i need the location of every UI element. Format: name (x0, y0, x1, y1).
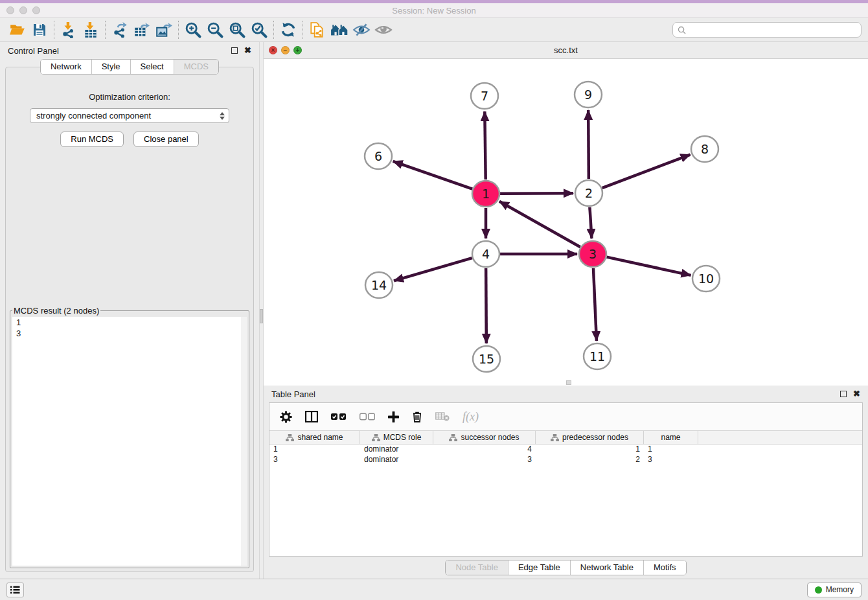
criterion-dropdown[interactable]: strongly connected component (30, 108, 229, 123)
tab-mcds[interactable]: MCDS (174, 60, 218, 74)
export-image-button[interactable] (153, 20, 175, 40)
column-header-predecessor-nodes[interactable]: predecessor nodes (536, 431, 644, 444)
table-cell[interactable]: 4 (433, 444, 536, 455)
fit-columns-button[interactable] (305, 411, 318, 422)
export-table-button[interactable] (131, 20, 153, 40)
graph-node-14[interactable]: 14 (365, 272, 393, 298)
apply-layout-button[interactable] (277, 20, 299, 40)
save-session-button[interactable] (29, 20, 51, 40)
table-cell[interactable]: 2 (536, 455, 644, 465)
panel-splitter[interactable] (259, 42, 264, 579)
graph-node-15[interactable]: 15 (473, 346, 500, 372)
search-field[interactable] (672, 22, 862, 38)
tab-motifs[interactable]: Motifs (643, 560, 686, 575)
graph-edge-2-8[interactable] (602, 155, 691, 189)
task-history-button[interactable] (6, 583, 24, 597)
hide-graphics-details-button[interactable] (350, 20, 372, 40)
network-window-titlebar: × − + scc.txt (264, 42, 868, 59)
column-header-successor-nodes[interactable]: successor nodes (433, 431, 536, 444)
table-cell[interactable]: 3 (269, 455, 360, 465)
close-panel-button[interactable]: Close panel (133, 132, 199, 147)
network-canvas[interactable]: 1234678910111415 (264, 59, 868, 386)
graph-node-9[interactable]: 9 (575, 82, 602, 108)
tab-network[interactable]: Network (41, 60, 91, 74)
splitter-handle[interactable] (260, 309, 263, 323)
delete-table-button[interactable] (435, 412, 450, 421)
graph-node-7[interactable]: 7 (471, 83, 498, 109)
add-column-button[interactable] (388, 411, 399, 422)
column-header-mcds-role[interactable]: MCDS role (360, 431, 433, 444)
mcds-result-list[interactable]: 13 (12, 317, 247, 566)
import-table-button[interactable] (80, 20, 102, 40)
column-settings-button[interactable] (280, 411, 292, 423)
graph-node-2[interactable]: 2 (575, 180, 602, 206)
zoom-selected-button[interactable] (248, 20, 270, 40)
graph-edge-4-14[interactable] (394, 258, 472, 281)
table-cell[interactable]: 1 (644, 444, 698, 455)
zoom-out-button[interactable] (204, 20, 226, 40)
graph-edge-3-10[interactable] (606, 257, 691, 275)
graph-edge-1-7[interactable] (485, 111, 485, 179)
graph-node-6[interactable]: 6 (365, 143, 392, 169)
result-item[interactable]: 3 (12, 328, 247, 339)
graph-node-8[interactable]: 8 (691, 136, 718, 162)
criterion-dropdown-value: strongly connected component (36, 111, 220, 121)
table-cell[interactable]: 1 (536, 444, 644, 455)
memory-button[interactable]: Memory (807, 583, 862, 597)
delete-columns-button[interactable] (412, 411, 422, 422)
export-network-button[interactable] (109, 20, 131, 40)
graph-edge-2-3[interactable] (589, 207, 591, 238)
graph-node-4[interactable]: 4 (472, 241, 499, 267)
table-cell[interactable]: 1 (269, 444, 360, 455)
graph-node-1[interactable]: 1 (472, 181, 499, 207)
tab-select[interactable]: Select (130, 60, 174, 74)
table-row[interactable]: 3dominator323 (269, 455, 862, 465)
zoom-fit-button[interactable] (226, 20, 248, 40)
table-cell[interactable]: 3 (433, 455, 536, 465)
hierarchy-icon (551, 434, 559, 441)
tab-edge-table[interactable]: Edge Table (508, 560, 570, 575)
graph-edge-1-6[interactable] (393, 161, 473, 189)
tab-network-table[interactable]: Network Table (570, 560, 643, 575)
svg-text:4: 4 (482, 247, 490, 261)
column-header-name[interactable]: name (644, 431, 698, 444)
clone-network-button[interactable] (306, 20, 328, 40)
graph-edge-1-2[interactable] (500, 193, 573, 194)
deselect-all-columns-button[interactable] (360, 413, 375, 421)
graph-node-11[interactable]: 11 (584, 343, 611, 369)
graph-edge-2-9[interactable] (588, 110, 589, 179)
graph-edge-4-15[interactable] (486, 268, 486, 343)
import-network-button[interactable] (58, 20, 80, 40)
search-input[interactable] (689, 23, 856, 36)
column-header-label: predecessor nodes (562, 433, 628, 442)
zoom-in-button[interactable] (182, 20, 204, 40)
open-session-button[interactable] (6, 20, 29, 40)
function-builder-button[interactable]: f(x) (463, 410, 479, 424)
home-button[interactable] (328, 20, 350, 40)
control-panel-float-button[interactable] (231, 47, 238, 54)
graph-edge-3-1[interactable] (499, 202, 580, 247)
table-panel-close-button[interactable]: ✖ (853, 391, 860, 397)
control-panel-close-button[interactable]: ✖ (244, 47, 251, 54)
show-graphics-details-button[interactable] (372, 20, 394, 40)
table-cell[interactable]: dominator (360, 444, 433, 455)
result-item[interactable]: 1 (12, 317, 247, 328)
column-header-label: shared name (297, 433, 343, 442)
result-list-scrollbar[interactable] (241, 317, 247, 566)
run-mcds-button[interactable]: Run MCDS (60, 132, 124, 147)
plus-icon (388, 411, 399, 422)
tab-node-table[interactable]: Node Table (446, 560, 508, 575)
delete-table-icon (435, 412, 450, 421)
table-cell[interactable]: dominator (360, 455, 433, 465)
table-panel-float-button[interactable] (840, 391, 847, 397)
table-row[interactable]: 1dominator411 (269, 444, 862, 455)
column-header-shared-name[interactable]: shared name (269, 431, 360, 444)
node-table-rows: 1dominator4113dominator323 (269, 444, 862, 465)
table-cell[interactable]: 3 (644, 455, 698, 465)
select-all-columns-button[interactable] (331, 413, 347, 421)
tab-style[interactable]: Style (91, 60, 130, 74)
graph-edge-3-11[interactable] (593, 268, 597, 341)
canvas-resize-handle[interactable] (566, 380, 571, 385)
graph-node-3[interactable]: 3 (579, 241, 606, 267)
graph-node-10[interactable]: 10 (692, 266, 720, 292)
